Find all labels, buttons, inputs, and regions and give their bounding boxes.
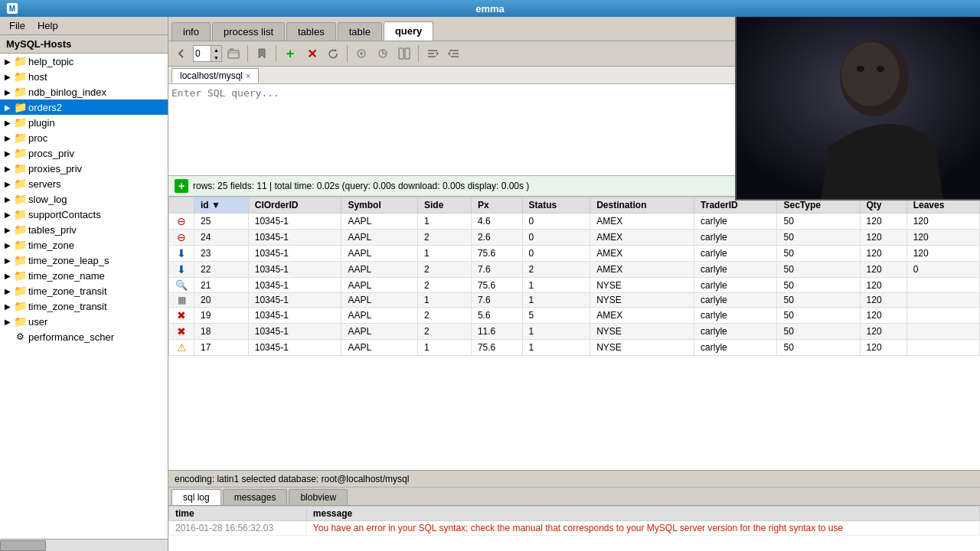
tree-item-host[interactable]: ▶ 📁 host: [0, 69, 168, 84]
cell-traderid: carlyle: [694, 278, 777, 293]
tree-item-user[interactable]: ▶ 📁 user: [0, 314, 168, 329]
tree-item-orders2[interactable]: ▶ 📁 orders2: [0, 99, 168, 115]
tree-arrow: ▶: [3, 118, 12, 127]
counter-input[interactable]: ▲ ▼: [193, 45, 222, 62]
cell-destination: NYSE: [590, 324, 694, 340]
localhost-mysql-tab[interactable]: localhost/mysql ×: [172, 68, 259, 83]
col-destination[interactable]: Destination: [590, 197, 694, 214]
table-row[interactable]: ✖ 18 10345-1 AAPL 2 11.6 1 NYSE carlyle …: [169, 324, 980, 340]
indent-left-button[interactable]: [423, 44, 443, 64]
table-row[interactable]: ▦ 20 10345-1 AAPL 1 7.6 1 NYSE carlyle 5…: [169, 293, 980, 308]
table-row[interactable]: 🔍 21 10345-1 AAPL 2 75.6 1 NYSE carlyle …: [169, 278, 980, 293]
log-body: 2016-01-28 16:56:32.03 You have an error…: [169, 521, 980, 536]
tree-item-slow-log[interactable]: ▶ 📁 slow_log: [0, 191, 168, 207]
tree-item-help-topic[interactable]: ▶ 📁 help_topic: [0, 54, 168, 69]
close-tab-button[interactable]: ×: [246, 71, 250, 80]
rotate-ccw-button[interactable]: [351, 44, 371, 64]
cell-symbol: AAPL: [341, 324, 418, 340]
folder-icon: 📁: [14, 178, 26, 190]
cell-px: 2.6: [471, 230, 522, 246]
cell-leaves: 120: [906, 246, 979, 262]
tree-arrow: ▶: [3, 133, 12, 142]
cell-qty: 120: [860, 293, 906, 308]
table-row[interactable]: ⚠ 17 10345-1 AAPL 1 75.6 1 NYSE carlyle …: [169, 340, 980, 356]
back-button[interactable]: [172, 44, 191, 64]
tree-item-servers[interactable]: ▶ 📁 servers: [0, 176, 168, 191]
col-px[interactable]: Px: [471, 197, 522, 214]
cell-status: 0: [522, 246, 590, 262]
tree-item-plugin[interactable]: ▶ 📁 plugin: [0, 115, 168, 130]
tab-tables[interactable]: tables: [286, 22, 336, 41]
cell-symbol: AAPL: [341, 278, 418, 293]
row-icon: ✖: [169, 324, 194, 340]
table-row[interactable]: ⬇ 22 10345-1 AAPL 2 7.6 2 AMEX carlyle 5…: [169, 262, 980, 278]
tree-item-procs-priv[interactable]: ▶ 📁 procs_priv: [0, 145, 168, 161]
horizontal-scrollbar[interactable]: [0, 539, 168, 551]
tree-label: supportContacts: [28, 209, 101, 220]
tree-label: time_zone_leap_s: [28, 255, 109, 266]
tree-item-proc[interactable]: ▶ 📁 proc: [0, 130, 168, 145]
cancel-button[interactable]: ✕: [302, 44, 322, 64]
tree-label: performance_scher: [28, 331, 114, 343]
add-button[interactable]: +: [280, 44, 300, 64]
tree-item-time-zone-transit2[interactable]: ▶ 📁 time_zone_transit: [0, 298, 168, 314]
cell-leaves: 0: [906, 262, 979, 278]
bottom-tab-blobview[interactable]: blobview: [289, 489, 348, 505]
row-icon: ⊖: [169, 214, 194, 230]
tree-label: time_zone_transit: [28, 301, 107, 312]
indent-right-button[interactable]: [444, 44, 464, 64]
webcam-overlay: [735, 17, 980, 201]
table-row[interactable]: ⊖ 25 10345-1 AAPL 1 4.6 0 AMEX carlyle 5…: [169, 214, 980, 230]
split-button[interactable]: [394, 44, 414, 64]
rotate-cw-button[interactable]: [373, 44, 393, 64]
col-side[interactable]: Side: [418, 197, 472, 214]
table-row[interactable]: ⊖ 24 10345-1 AAPL 2 2.6 0 AMEX carlyle 5…: [169, 230, 980, 246]
refresh-button[interactable]: [323, 44, 343, 64]
tab-table[interactable]: table: [338, 22, 382, 41]
log-area: time message 2016-01-28 16:56:32.03 You …: [168, 505, 980, 551]
localhost-tab-label: localhost/mysql: [180, 70, 243, 81]
tree-label: host: [28, 71, 47, 83]
menubar: File Help: [0, 17, 168, 35]
cell-sectype: 50: [777, 230, 860, 246]
col-symbol[interactable]: Symbol: [341, 197, 418, 214]
tree-item-time-zone[interactable]: ▶ 📁 time_zone: [0, 237, 168, 253]
cell-status: 2: [522, 262, 590, 278]
menu-file[interactable]: File: [3, 18, 31, 33]
tab-process-list[interactable]: process list: [212, 22, 285, 41]
menu-help[interactable]: Help: [31, 18, 64, 33]
log-time: 2016-01-28 16:56:32.03: [169, 521, 307, 536]
tree-item-tables-priv[interactable]: ▶ 📁 tables_priv: [0, 222, 168, 237]
col-status[interactable]: Status: [522, 197, 590, 214]
tree-item-performance-schema[interactable]: ⚙ performance_scher: [0, 329, 168, 344]
counter-value[interactable]: [194, 46, 211, 61]
table-row[interactable]: ✖ 19 10345-1 AAPL 2 5.6 5 AMEX carlyle 5…: [169, 308, 980, 324]
tab-query[interactable]: query: [384, 21, 433, 41]
open-button[interactable]: [224, 44, 243, 64]
tree-item-support-contacts[interactable]: ▶ 📁 supportContacts: [0, 207, 168, 222]
counter-down[interactable]: ▼: [211, 54, 221, 61]
cell-leaves: [906, 324, 979, 340]
svg-rect-6: [399, 48, 403, 59]
row-icon: ⬇: [169, 262, 194, 278]
counter-up[interactable]: ▲: [211, 46, 221, 54]
tree-label: orders2: [28, 102, 62, 113]
tree-item-time-zone-transit1[interactable]: ▶ 📁 time_zone_transit: [0, 283, 168, 298]
bottom-tab-messages[interactable]: messages: [223, 489, 288, 505]
table-row[interactable]: ⬇ 23 10345-1 AAPL 1 75.6 0 AMEX carlyle …: [169, 246, 980, 262]
bookmark-button[interactable]: [252, 44, 272, 64]
tab-info[interactable]: info: [172, 22, 211, 41]
svg-rect-2: [228, 51, 239, 58]
tree-item-proxies-priv[interactable]: ▶ 📁 proxies_priv: [0, 161, 168, 176]
cell-sectype: 50: [777, 214, 860, 230]
cell-px: 75.6: [471, 340, 522, 356]
bottom-tab-sql-log[interactable]: sql log: [172, 489, 221, 505]
tree-item-ndb[interactable]: ▶ 📁 ndb_binlog_index: [0, 84, 168, 99]
col-id[interactable]: id ▼: [194, 197, 249, 214]
tree-item-time-zone-leap[interactable]: ▶ 📁 time_zone_leap_s: [0, 253, 168, 268]
tree-label: time_zone_transit: [28, 285, 107, 297]
col-clorderid[interactable]: ClOrderID: [248, 197, 341, 214]
folder-icon: 📁: [14, 269, 26, 282]
tree-item-time-zone-name[interactable]: ▶ 📁 time_zone_name: [0, 268, 168, 283]
tree-arrow: ▶: [3, 286, 12, 295]
